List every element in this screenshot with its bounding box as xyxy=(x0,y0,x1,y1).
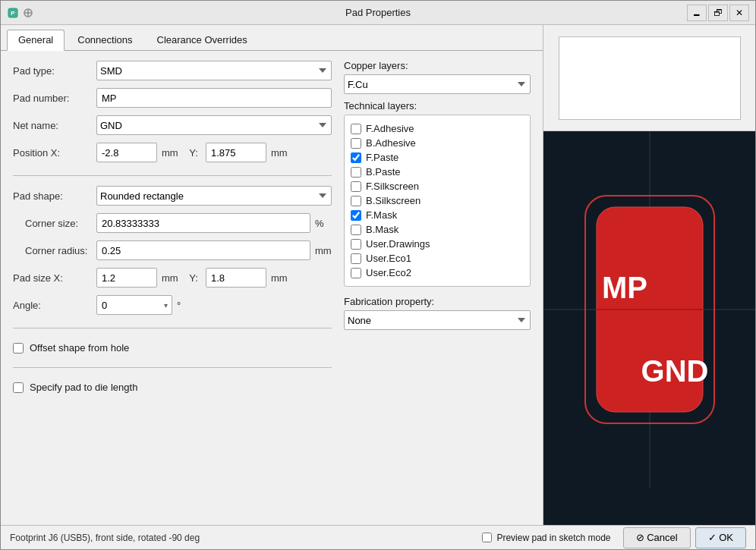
preview-panel: MP GND xyxy=(543,25,755,525)
net-name-row: Net name: GND xyxy=(13,115,332,136)
offset-checkbox[interactable] xyxy=(13,343,24,354)
layer-f-adhesive-checkbox[interactable] xyxy=(351,124,361,134)
pad-number-input[interactable] xyxy=(96,88,332,108)
pad-size-x-unit: mm xyxy=(162,272,178,284)
pad-type-row: Pad type: SMD Through-hole NPTH xyxy=(13,60,332,81)
position-x-unit: mm xyxy=(162,147,178,159)
layer-f-silkscreen: F.Silkscreen xyxy=(351,179,524,193)
corner-radius-row: Corner radius: mm xyxy=(13,240,332,261)
angle-select[interactable]: 0 90 180 270 xyxy=(96,295,172,315)
layer-f-silkscreen-checkbox[interactable] xyxy=(351,181,361,192)
offset-checkbox-row: Offset shape from hole xyxy=(13,342,332,354)
minimize-button[interactable]: 🗕 xyxy=(687,5,707,21)
pad-preview-svg: MP GND xyxy=(543,131,755,488)
technical-layers-box: F.Adhesive B.Adhesive F.Paste xyxy=(344,115,531,287)
fabrication-section: Fabrication property: None xyxy=(344,296,531,330)
footprint-info: Footprint J6 (USB5), front side, rotated… xyxy=(10,533,470,543)
pad-size-y-unit: mm xyxy=(271,272,288,284)
tab-general[interactable]: General xyxy=(7,30,65,51)
position-y-input[interactable] xyxy=(206,143,266,162)
svg-text:P: P xyxy=(11,10,15,17)
separator-3 xyxy=(13,367,332,368)
angle-unit: ° xyxy=(177,300,181,311)
corner-radius-label: Corner radius: xyxy=(13,245,96,256)
layer-f-mask-checkbox[interactable] xyxy=(351,210,361,221)
left-panel: General Connections Clearance Overrides … xyxy=(1,25,543,525)
net-name-label: Net name: xyxy=(13,120,96,131)
pad-size-row: Pad size X: mm Y: mm xyxy=(13,267,332,288)
svg-text:GND: GND xyxy=(641,354,709,388)
fabrication-label: Fabrication property: xyxy=(344,296,531,307)
pad-number-label: Pad number: xyxy=(13,93,96,104)
layer-b-adhesive-checkbox[interactable] xyxy=(351,138,361,149)
position-x-label: Position X: xyxy=(13,147,96,159)
statusbar: Footprint J6 (USB5), front side, rotated… xyxy=(1,525,755,549)
window-title: Pad Properties xyxy=(345,7,411,18)
angle-label: Angle: xyxy=(13,300,96,311)
main-content: General Connections Clearance Overrides … xyxy=(1,25,755,525)
copper-section: Copper layers: F.Cu B.Cu xyxy=(344,60,531,94)
titlebar-app-icons: P xyxy=(7,7,34,19)
preview-dark: MP GND xyxy=(543,131,755,525)
dialog-buttons: ⊘ Cancel ✓ OK xyxy=(623,527,746,548)
position-y-label: Y: xyxy=(184,147,203,159)
pin-icon xyxy=(22,7,34,19)
layer-f-mask: F.Mask xyxy=(351,208,524,222)
pad-shape-label: Pad shape: xyxy=(13,190,96,202)
tab-connections[interactable]: Connections xyxy=(66,30,143,50)
right-form: Copper layers: F.Cu B.Cu Technical layer… xyxy=(344,60,531,516)
window-controls: 🗕 🗗 ✕ xyxy=(687,5,749,21)
angle-select-wrap: 0 90 180 270 ▾ xyxy=(96,295,172,315)
pad-size-x-input[interactable] xyxy=(96,268,157,288)
preview-top xyxy=(543,25,755,131)
preview-top-canvas xyxy=(559,36,741,120)
separator-1 xyxy=(13,175,332,176)
preview-sketch-checkbox[interactable] xyxy=(482,533,492,542)
tab-clearance-overrides[interactable]: Clearance Overrides xyxy=(146,30,259,50)
corner-radius-input[interactable] xyxy=(96,240,310,260)
layer-user-eco1-checkbox[interactable] xyxy=(351,253,361,264)
layer-user-eco2-checkbox[interactable] xyxy=(351,268,361,278)
close-button[interactable]: ✕ xyxy=(729,5,749,21)
app-icon: P xyxy=(7,7,19,19)
position-y-unit: mm xyxy=(271,147,288,159)
preview-sketch-label: Preview pad in sketch mode xyxy=(496,533,610,543)
layer-f-paste-checkbox[interactable] xyxy=(351,152,361,163)
layer-f-adhesive: F.Adhesive xyxy=(351,121,524,136)
layer-b-adhesive: B.Adhesive xyxy=(351,136,524,150)
net-name-select[interactable]: GND xyxy=(96,115,332,135)
main-window: P Pad Properties 🗕 🗗 ✕ Gene xyxy=(0,0,756,550)
copper-select[interactable]: F.Cu B.Cu xyxy=(344,74,531,94)
fabrication-select[interactable]: None xyxy=(344,310,531,330)
layer-b-paste-checkbox[interactable] xyxy=(351,167,361,178)
pad-shape-select[interactable]: Rounded rectangle Rectangle Circle Oval xyxy=(96,186,332,206)
titlebar: P Pad Properties 🗕 🗗 ✕ xyxy=(1,1,755,25)
left-form: Pad type: SMD Through-hole NPTH Pad numb… xyxy=(13,60,332,516)
pad-number-row: Pad number: xyxy=(13,87,332,108)
corner-size-input[interactable] xyxy=(96,213,310,233)
specify-die-label: Specify pad to die length xyxy=(30,382,137,393)
pad-size-y-input[interactable] xyxy=(206,268,266,288)
corner-radius-unit: mm xyxy=(315,245,332,256)
pad-size-y-label: Y: xyxy=(184,272,203,284)
layer-b-mask-checkbox[interactable] xyxy=(351,225,361,235)
copper-label: Copper layers: xyxy=(344,60,531,71)
layer-user-drawings-checkbox[interactable] xyxy=(351,239,361,250)
pad-type-select[interactable]: SMD Through-hole NPTH xyxy=(96,61,332,80)
position-x-input[interactable] xyxy=(96,143,157,162)
corner-size-row: Corner size: % xyxy=(13,212,332,234)
position-row: Position X: mm Y: mm xyxy=(13,142,332,163)
cancel-button[interactable]: ⊘ Cancel xyxy=(623,527,691,548)
layer-user-eco1: User.Eco1 xyxy=(351,251,524,266)
layer-b-silkscreen: B.Silkscreen xyxy=(351,193,524,208)
pad-shape-row: Pad shape: Rounded rectangle Rectangle C… xyxy=(13,185,332,206)
pad-size-x-label: Pad size X: xyxy=(13,272,96,284)
specify-die-checkbox[interactable] xyxy=(13,382,24,393)
svg-text:MP: MP xyxy=(602,271,647,304)
ok-button[interactable]: ✓ OK xyxy=(695,527,746,548)
maximize-button[interactable]: 🗗 xyxy=(708,5,728,21)
pad-type-label: Pad type: xyxy=(13,65,96,77)
corner-size-label: Corner size: xyxy=(13,218,96,229)
separator-2 xyxy=(13,328,332,328)
layer-b-silkscreen-checkbox[interactable] xyxy=(351,196,361,206)
